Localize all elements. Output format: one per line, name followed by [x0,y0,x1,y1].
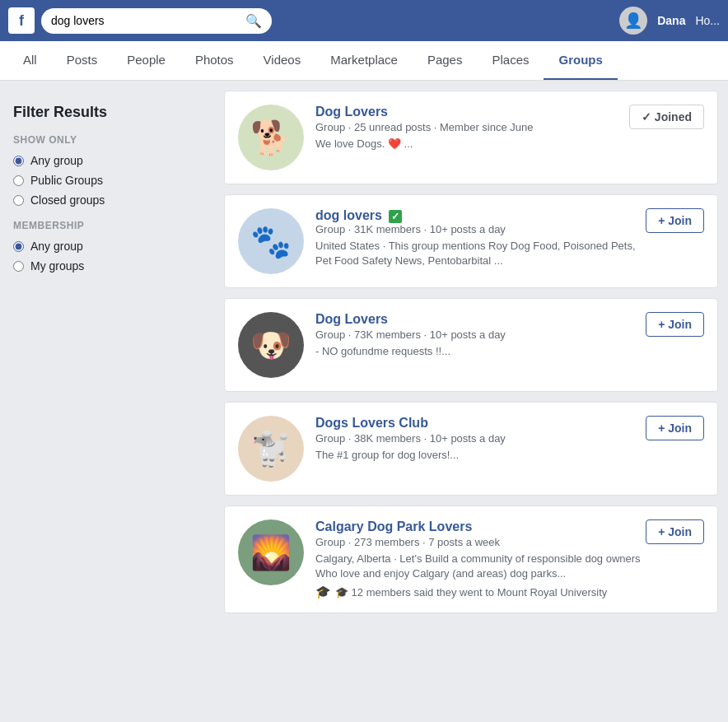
group-image-5: 🌄 [238,519,304,585]
tab-groups[interactable]: Groups [544,41,617,81]
group-action-1: ✓ Joined [629,105,704,129]
group-card-5: 🌄 Calgary Dog Park Lovers Group · 273 me… [224,505,718,613]
group-action-5: + Join [646,519,704,544]
group-name-2[interactable]: dog lovers ✓ [315,208,402,222]
university-text: 🎓 12 members said they went to Mount Roy… [335,586,607,599]
group-card-4: 🐩 Dogs Lovers Club Group · 38K members ·… [224,402,718,496]
tab-posts[interactable]: Posts [52,41,113,81]
show-only-label: SHOW ONLY [13,134,201,146]
group-card-1: 🐕 Dog Lovers Group · 25 unread posts · M… [224,91,718,184]
group-name-1[interactable]: Dog Lovers [315,105,533,119]
membership-any-group[interactable]: Any group [13,240,201,253]
show-only-closed-groups[interactable]: Closed groups [13,193,201,207]
tab-photos[interactable]: Photos [180,41,249,81]
username: Dana [657,14,685,27]
tab-people[interactable]: People [112,41,180,81]
nav-tabs: All Posts People Photos Videos Marketpla… [0,41,728,81]
group-desc-2: United States · This group mentions Roy … [315,239,646,268]
join-button-2[interactable]: + Join [646,208,704,233]
group-image-1: 🐕 [238,105,304,170]
membership-label: MEMBERSHIP [13,220,201,231]
group-name-4[interactable]: Dogs Lovers Club [315,416,646,431]
show-only-public-groups[interactable]: Public Groups [13,174,201,187]
join-button-4[interactable]: + Join [646,416,704,440]
group-name-5[interactable]: Calgary Dog Park Lovers [315,519,646,534]
verified-badge-2: ✓ [389,210,402,223]
group-meta-2: Group · 31K members · 10+ posts a day [315,223,646,235]
join-button-5[interactable]: + Join [646,519,704,544]
group-desc-1: We love Dogs. ❤️ ... [315,137,533,151]
group-action-3: + Join [646,312,704,337]
group-desc-5: Calgary, Alberta · Let's Build a communi… [315,552,646,581]
filter-title: Filter Results [13,104,201,121]
search-icon[interactable]: 🔍 [245,13,262,29]
group-name-3[interactable]: Dog Lovers [315,312,646,327]
tab-marketplace[interactable]: Marketplace [315,41,413,81]
group-info-3: Dog Lovers Group · 73K members · 10+ pos… [315,312,704,359]
tab-videos[interactable]: Videos [249,41,316,81]
group-action-4: + Join [646,416,704,440]
group-meta-5: Group · 273 members · 7 posts a week [315,536,646,548]
header: f 🔍 👤 Dana Ho... [0,0,728,41]
group-desc-4: The #1 group for dog lovers!... [315,448,646,463]
avatar[interactable]: 👤 [619,7,647,35]
main-layout: Filter Results SHOW ONLY Any group Publi… [0,81,728,640]
group-card-3: 🐶 Dog Lovers Group · 73K members · 10+ p… [224,298,718,392]
header-right: 👤 Dana Ho... [619,7,720,35]
group-meta-1: Group · 25 unread posts · Member since J… [315,121,533,133]
search-input[interactable] [51,14,245,27]
graduation-icon: 🎓 [315,585,331,599]
content: 🐕 Dog Lovers Group · 25 unread posts · M… [214,91,728,640]
tab-all[interactable]: All [8,41,52,81]
membership-my-groups[interactable]: My groups [13,259,201,272]
joined-button-1[interactable]: ✓ Joined [629,105,704,129]
search-bar: 🔍 [41,8,272,34]
group-info-2: dog lovers ✓ Group · 31K members · 10+ p… [315,208,704,268]
more-label: Ho... [695,14,720,27]
group-info-5: Calgary Dog Park Lovers Group · 273 memb… [315,519,704,599]
tab-places[interactable]: Places [477,41,544,81]
group-info-1: Dog Lovers Group · 25 unread posts · Mem… [315,105,704,151]
university-note-5: 🎓 🎓 12 members said they went to Mount R… [315,585,646,599]
group-meta-4: Group · 38K members · 10+ posts a day [315,432,646,445]
group-meta-3: Group · 73K members · 10+ posts a day [315,328,646,341]
group-desc-3: - NO gofundme requests !!... [315,344,646,359]
group-image-4: 🐩 [238,416,304,482]
sidebar: Filter Results SHOW ONLY Any group Publi… [0,91,214,640]
group-info-4: Dogs Lovers Club Group · 38K members · 1… [315,416,704,463]
tab-pages[interactable]: Pages [413,41,478,81]
avatar-image: 👤 [624,12,642,30]
join-button-3[interactable]: + Join [646,312,704,337]
group-image-3: 🐶 [238,312,304,378]
group-card-2: 🐾 dog lovers ✓ Group · 31K members · 10+… [224,194,718,288]
group-image-2: 🐾 [238,208,304,274]
facebook-logo[interactable]: f [8,7,35,34]
group-action-2: + Join [646,208,704,233]
show-only-any-group[interactable]: Any group [13,154,201,167]
